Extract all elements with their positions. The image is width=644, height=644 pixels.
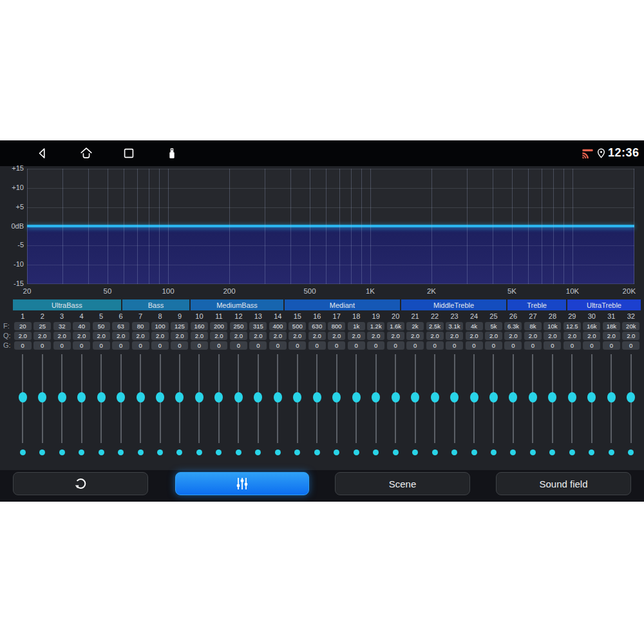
slider-dot [314,450,320,455]
usb-icon[interactable] [165,146,179,160]
gain-slider[interactable] [91,354,111,444]
slider-knob[interactable] [19,392,27,402]
sound-field-button[interactable]: Sound field [496,472,631,495]
channel-column: 2252.00 [32,312,52,350]
gain-slider[interactable] [601,354,621,444]
gain-slider[interactable] [327,354,346,444]
slider-knob[interactable] [450,392,459,402]
gain-slider[interactable] [346,354,366,444]
gain-slider[interactable] [523,354,542,444]
slider-knob[interactable] [352,392,361,402]
slider-knob[interactable] [137,392,145,402]
slider-dot [354,450,359,455]
slider-knob[interactable] [411,392,419,402]
band-segment-bass[interactable]: Bass [122,299,189,310]
reset-icon [73,476,88,491]
band-segment-treble[interactable]: Treble [507,299,566,310]
slider-knob[interactable] [58,392,66,402]
frequency-tick-label: 20 [23,287,32,295]
gain-slider[interactable] [170,354,189,444]
slider-knob[interactable] [274,392,282,402]
gain-slider[interactable] [484,354,503,444]
slider-knob[interactable] [568,392,576,402]
band-segment-mediant[interactable]: Mediant [285,299,400,310]
equalizer-button[interactable] [175,472,309,495]
gain-slider[interactable] [131,354,150,444]
freq-value: 40 [73,322,90,330]
gain-slider[interactable] [464,354,484,444]
gain-slider[interactable] [111,354,130,444]
gain-slider[interactable] [13,354,32,444]
slider-knob[interactable] [254,392,262,402]
slider-knob[interactable] [431,392,439,402]
gain-slider[interactable] [229,354,248,444]
band-segment-middletreble[interactable]: MiddleTreble [401,299,506,310]
gain-value: 0 [230,341,247,350]
home-icon[interactable] [79,146,93,160]
gridline-vertical [542,169,542,284]
freq-value: 20 [14,322,32,330]
recents-icon[interactable] [122,146,136,160]
gain-slider[interactable] [621,354,641,444]
back-icon[interactable] [35,146,50,160]
q-value: 2.0 [230,332,247,340]
db-tick-label: -10 [0,260,24,268]
gain-slider[interactable] [209,354,229,444]
slider-knob[interactable] [627,392,635,402]
gain-slider[interactable] [268,354,287,444]
slider-knob[interactable] [195,392,204,402]
slider-knob[interactable] [489,392,498,402]
gain-slider[interactable] [444,354,464,444]
frequency-tick-label: 20K [623,287,636,295]
slider-knob[interactable] [214,392,223,402]
frequency-tick-label: 2K [427,287,436,295]
gain-slider[interactable] [405,354,424,444]
band-segment-ultrabass[interactable]: UltraBass [13,299,121,310]
scene-button[interactable]: Scene [335,472,470,495]
channel-number: 8 [158,312,162,321]
gain-slider[interactable] [366,354,385,444]
channel-column: 81002.00 [150,312,169,350]
slider-knob[interactable] [97,392,106,402]
slider-knob[interactable] [607,392,616,402]
band-segment-mediumbass[interactable]: MediumBass [191,299,283,310]
gain-slider[interactable] [386,354,405,444]
slider-knob[interactable] [77,392,86,402]
slider-knob[interactable] [293,392,301,402]
slider-knob[interactable] [117,392,125,402]
slider-knob[interactable] [529,392,537,402]
reset-button[interactable] [13,472,148,495]
gain-slider[interactable] [52,354,71,444]
channel-column: 166302.00 [307,312,327,350]
gain-slider[interactable] [307,354,327,444]
slider-dot [432,450,438,455]
gain-slider[interactable] [71,354,91,444]
gain-slider[interactable] [543,354,562,444]
slider-knob[interactable] [156,392,164,402]
gain-slider[interactable] [562,354,582,444]
gain-slider[interactable] [32,354,52,444]
gain-slider[interactable] [249,354,268,444]
slider-knob[interactable] [175,392,184,402]
gain-slider[interactable] [288,354,307,444]
slider-knob[interactable] [332,392,341,402]
slider-knob[interactable] [392,392,400,402]
gain-slider[interactable] [150,354,169,444]
slider-knob[interactable] [548,392,556,402]
slider-knob[interactable] [234,392,243,402]
gain-value: 0 [426,341,444,350]
band-segment-ultratreble[interactable]: UltraTreble [567,299,641,310]
gain-slider[interactable] [504,354,523,444]
slider-knob[interactable] [587,392,596,402]
gain-slider[interactable] [425,354,444,444]
gain-slider[interactable] [582,354,601,444]
slider-knob[interactable] [372,392,380,402]
slider-knob[interactable] [470,392,478,402]
gain-value: 0 [14,341,32,350]
gain-slider[interactable] [189,354,209,444]
row-label-q: Q: [3,332,13,340]
slider-knob[interactable] [313,392,321,402]
slider-knob[interactable] [509,392,517,402]
freq-value: 1.6k [387,322,404,330]
slider-knob[interactable] [38,392,46,402]
